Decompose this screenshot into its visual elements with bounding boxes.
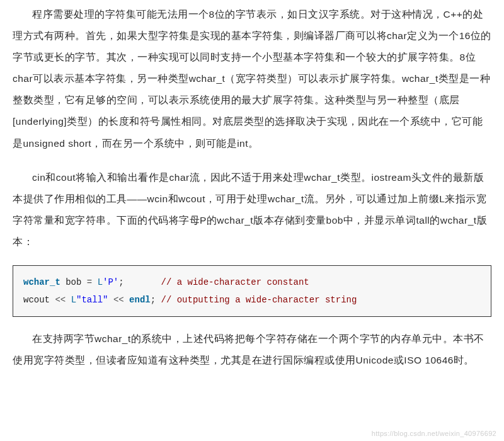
code-operator: << bbox=[113, 295, 124, 305]
code-operator: = bbox=[81, 277, 97, 287]
code-space bbox=[66, 295, 71, 305]
code-operator: << bbox=[55, 295, 66, 305]
code-char-literal: 'P' bbox=[103, 277, 118, 287]
paragraph-3: 在支持两字节wchar_t的系统中，上述代码将把每个字符存储在一个两个字节的内存… bbox=[13, 328, 491, 371]
code-variable: bob bbox=[66, 277, 81, 287]
code-endl: endl bbox=[129, 295, 151, 305]
code-comment: // a wide-character constant bbox=[161, 277, 309, 287]
paragraph-2: cin和cout将输入和输出看作是char流，因此不适于用来处理wchar_t类… bbox=[13, 167, 491, 253]
code-keyword-type: wchar_t bbox=[23, 277, 60, 287]
code-semicolon: ; bbox=[151, 295, 161, 305]
watermark: https://blog.csdn.net/weixin_40976692 bbox=[372, 430, 496, 437]
code-space bbox=[108, 295, 113, 305]
code-string-literal: "tall" bbox=[76, 295, 108, 305]
paragraph-1: 程序需要处理的字符集可能无法用一个8位的字节表示，如日文汉字系统。对于这种情况，… bbox=[13, 4, 491, 154]
code-space bbox=[124, 295, 129, 305]
code-block: wchar_t bob = L'P'; // a wide-character … bbox=[13, 265, 491, 317]
code-stream: wcout bbox=[23, 295, 55, 305]
code-comment: // outputting a wide-character string bbox=[161, 295, 357, 305]
code-literal-prefix: L bbox=[71, 295, 76, 305]
code-literal-prefix: L bbox=[98, 277, 103, 287]
code-semicolon: ; bbox=[118, 277, 161, 287]
